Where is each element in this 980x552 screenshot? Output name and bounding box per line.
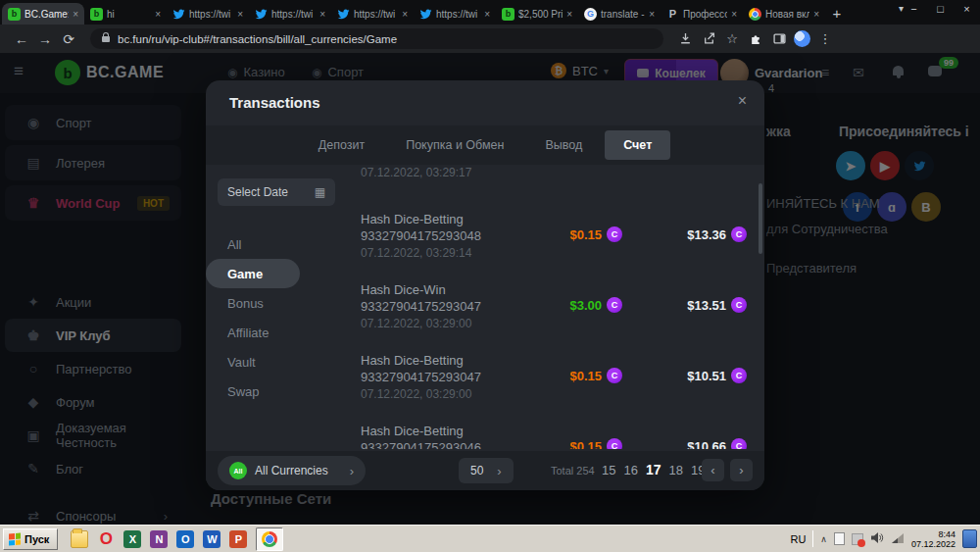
share-icon[interactable] xyxy=(697,32,720,45)
taskbar-app-onenote[interactable]: N xyxy=(150,530,168,548)
next-page-button[interactable]: › xyxy=(730,459,753,481)
transactions-list: 07.12.2022, 03:29:17Hash Dice-Betting933… xyxy=(351,165,755,449)
transaction-balance: $10.51C xyxy=(687,368,747,383)
browser-tab[interactable]: https://twi× xyxy=(249,3,331,25)
tab-close-icon[interactable]: × xyxy=(484,9,490,20)
tab-close-icon[interactable]: × xyxy=(319,9,325,20)
transaction-name: Hash Dice-Betting xyxy=(361,212,755,227)
twitter-favicon xyxy=(172,8,185,21)
transaction-amount: $0.15C xyxy=(569,368,622,383)
tab-депозит[interactable]: Депозит xyxy=(300,130,383,160)
filter-bonus[interactable]: Bonus xyxy=(206,288,351,318)
taskbar-app-word[interactable]: W xyxy=(203,530,220,548)
taskbar-app-excel[interactable]: X xyxy=(123,530,141,548)
tab-close-icon[interactable]: × xyxy=(73,9,78,20)
tab-close-icon[interactable]: × xyxy=(155,9,161,20)
transaction-name: Hash Dice-Betting xyxy=(361,424,755,439)
prev-page-button[interactable]: ‹ xyxy=(702,459,724,481)
currency-filter-button[interactable]: All All Currencies › xyxy=(218,456,366,485)
browser-tab[interactable]: bBC.Game:× xyxy=(2,3,84,25)
back-button[interactable]: ← xyxy=(10,31,33,47)
error-tray-icon[interactable] xyxy=(852,533,863,545)
tab-покупка и обмен[interactable]: Покупка и Обмен xyxy=(387,130,522,160)
tab-close-icon[interactable]: × xyxy=(237,9,243,20)
scrollbar-thumb[interactable] xyxy=(759,183,762,254)
bookmark-star-icon[interactable]: ☆ xyxy=(720,31,744,46)
browser-tab[interactable]: PПрофессо× xyxy=(661,3,743,25)
taskbar-app-chrome[interactable] xyxy=(256,527,283,551)
tab-close-icon[interactable]: × xyxy=(649,9,655,20)
maximize-button[interactable]: □ xyxy=(927,0,954,21)
filter-affiliate[interactable]: Affiliate xyxy=(206,318,351,347)
filter-swap[interactable]: Swap xyxy=(206,376,351,406)
coin-icon: C xyxy=(607,226,622,242)
close-window-button[interactable]: × xyxy=(954,0,980,21)
coin-icon: C xyxy=(731,368,747,383)
transactions-modal: Transactions × ДепозитПокупка и ОбменВыв… xyxy=(206,80,764,490)
reload-button[interactable]: ⟳ xyxy=(57,31,80,47)
taskbar-app-explorer[interactable] xyxy=(71,530,88,548)
transaction-balance: $13.36C xyxy=(687,226,747,242)
clock-time: 8:44 xyxy=(911,529,956,539)
system-tray: RU ∧ 8:44 07.12.2022 xyxy=(790,526,980,552)
page-17[interactable]: 17 xyxy=(646,462,662,477)
all-currencies-icon: All xyxy=(229,462,247,479)
page-15[interactable]: 15 xyxy=(602,463,615,477)
close-icon[interactable]: × xyxy=(738,92,747,110)
tab-close-icon[interactable]: × xyxy=(731,9,737,20)
filter-all[interactable]: All xyxy=(206,229,351,259)
taskbar-app-outlook[interactable]: O xyxy=(176,530,194,548)
page-content: ≡ b BC.GAME ◉ Казино ◉ Спорт ₿ BTC ▾ xyxy=(0,53,980,525)
select-date-button[interactable]: Select Date ▦ xyxy=(218,178,335,206)
filter-vault[interactable]: Vault xyxy=(206,347,351,376)
profile-avatar[interactable] xyxy=(794,30,810,47)
new-tab-button[interactable]: + xyxy=(825,3,849,25)
show-desktop-button[interactable] xyxy=(962,529,977,548)
transaction-row: 07.12.2022, 03:29:17 xyxy=(361,165,755,180)
filter-game[interactable]: Game xyxy=(206,259,300,288)
taskbar-app-powerpoint[interactable]: P xyxy=(229,530,247,548)
tab-close-icon[interactable]: × xyxy=(566,9,572,20)
browser-tab[interactable]: b$2,500 Pri× xyxy=(496,3,578,25)
tab-close-icon[interactable]: × xyxy=(402,9,408,20)
transaction-date: 07.12.2022, 03:29:00 xyxy=(361,386,755,402)
clipboard-tray-icon[interactable] xyxy=(834,532,845,545)
page-18[interactable]: 18 xyxy=(669,463,683,477)
tab-close-icon[interactable]: × xyxy=(813,9,819,20)
modal-tabs: ДепозитПокупка и ОбменВыводСчет xyxy=(206,125,764,165)
tray-divider xyxy=(812,530,813,547)
transaction-balance: $13.51C xyxy=(687,297,747,313)
browser-tab[interactable]: https://twi× xyxy=(331,3,414,25)
tray-expand-icon[interactable]: ∧ xyxy=(820,534,827,544)
tab-вывод[interactable]: Вывод xyxy=(526,130,601,160)
side-panel-icon[interactable] xyxy=(767,32,791,45)
address-bar[interactable]: bc.fun/ru/vip-club#/transactions/bill/al… xyxy=(90,28,663,49)
start-button[interactable]: Пуск xyxy=(3,528,58,550)
page-16[interactable]: 16 xyxy=(623,463,637,477)
taskbar-app-opera[interactable]: O xyxy=(97,530,115,548)
browser-tab[interactable]: https://twi× xyxy=(414,3,496,25)
p-favicon: P xyxy=(666,8,679,21)
coin-icon: C xyxy=(731,226,747,242)
browser-tab[interactable]: Gtranslate -× xyxy=(578,3,661,25)
transaction-amount: $3.00C xyxy=(569,297,622,313)
minimize-button[interactable]: − xyxy=(901,0,927,21)
browser-tab[interactable]: https://twi× xyxy=(167,3,249,25)
windows-logo-icon xyxy=(9,532,21,545)
tab-title: https://twi xyxy=(189,9,233,20)
language-indicator[interactable]: RU xyxy=(790,533,806,545)
bc-favicon: b xyxy=(8,8,21,21)
volume-icon[interactable] xyxy=(870,530,884,548)
clock[interactable]: 8:44 07.12.2022 xyxy=(911,529,956,549)
extensions-puzzle-icon[interactable] xyxy=(744,32,767,45)
install-icon[interactable] xyxy=(673,32,697,45)
tab-title: translate - xyxy=(601,9,645,20)
network-icon[interactable] xyxy=(891,530,905,548)
screen: bBC.Game:×bhi×https://twi×https://twi×ht… xyxy=(0,0,980,552)
forward-button[interactable]: → xyxy=(33,31,57,47)
browser-menu-icon[interactable]: ⋮ xyxy=(813,31,837,46)
browser-tab[interactable]: bhi× xyxy=(84,3,167,25)
browser-tab[interactable]: Новая вкл× xyxy=(743,3,825,25)
tab-счет[interactable]: Счет xyxy=(605,130,670,160)
page-size-button[interactable]: 50 › xyxy=(459,458,514,483)
